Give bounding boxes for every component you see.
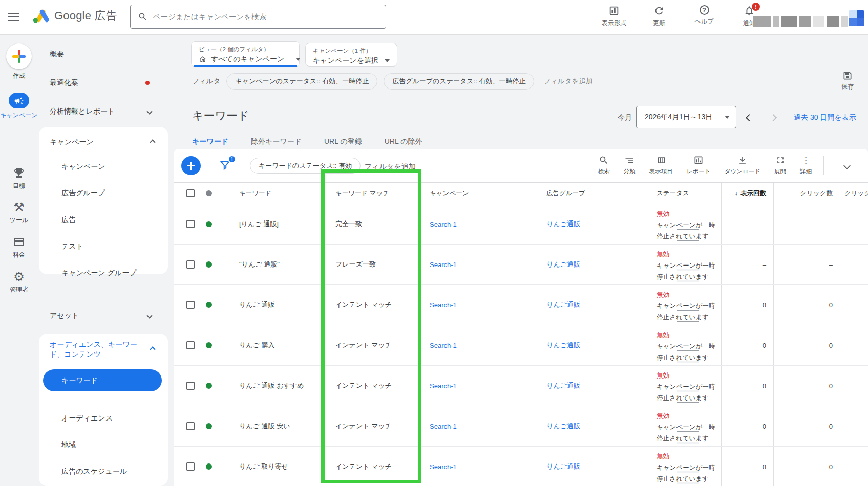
show-last-30-days-link[interactable]: 過去 30 日間を表示 [794,113,856,122]
col-header-keyword[interactable]: キーワード [218,183,323,204]
rail-create-button[interactable]: 作成 [0,43,38,80]
table-row[interactable]: りんご 通販 安い インテント マッチ Search-1 りんご通販 無効 キャ… [174,406,868,447]
add-filter-link[interactable]: フィルタを追加 [543,77,592,86]
table-row[interactable]: りんご 通販 おすすめ インテント マッチ Search-1 りんご通販 無効 … [174,366,868,406]
menu-icon[interactable] [8,13,19,21]
view-selector[interactable]: ビュー（2 個のフィルタ） すべてのキャンペーン [191,41,300,67]
table-search-button[interactable]: 検索 [598,155,610,175]
row-checkbox[interactable] [186,220,195,228]
campaign-link[interactable]: Search-1 [430,301,457,309]
view-format-button[interactable]: 表示形式 [598,5,630,28]
filter-funnel-button[interactable]: 1 [219,159,232,172]
row-checkbox[interactable] [186,382,195,390]
ad-group-link[interactable]: りんご通販 [546,381,580,390]
keyword-status-chip[interactable]: キーワードのステータス:: 有効 [250,158,361,174]
status-disabled-label: 無効 [657,332,669,339]
campaign-cell: Search-1 [421,366,541,406]
rail-admin-button[interactable]: ⚙ 管理者 [0,271,38,294]
row-checkbox[interactable] [186,260,195,269]
ad-group-link[interactable]: りんご通販 [546,422,580,431]
ad-group-link[interactable]: りんご通販 [546,260,580,269]
expand-button[interactable]: 展開 [774,155,786,175]
sidebar-item-locations[interactable]: 地域 [39,432,168,458]
campaign-selector[interactable]: キャンペーン（1 件） キャンペーンを選択 [305,43,397,67]
campaign-link[interactable]: Search-1 [430,220,457,228]
previous-period-button[interactable] [747,113,752,122]
sidebar-item-ad-groups[interactable]: 広告グループ [39,180,168,207]
col-header-match-type[interactable]: キーワード マッチ [323,183,421,204]
sidebar-item-ad-schedule[interactable]: 広告のスケジュール [39,458,168,485]
tab-url-registration[interactable]: URL の登録 [324,137,362,149]
account-avatar[interactable] [849,10,864,26]
tab-url-exclusion[interactable]: URL の除外 [385,137,422,149]
table-row[interactable]: りんご 取り寄せ インテント マッチ Search-1 りんご通販 無効 キャン… [174,447,868,486]
rail-billing-button[interactable]: 料金 [0,236,38,259]
reports-button[interactable]: レポート [687,155,711,175]
row-checkbox[interactable] [186,422,195,430]
columns-button[interactable]: 表示項目 [649,155,673,175]
col-header-impressions[interactable]: ↓表示回数 [721,183,773,204]
rail-tools-button[interactable]: ⚒ ツール [0,201,38,224]
add-filter-link[interactable]: フィルタを追加 [365,162,416,171]
tab-negative-keywords[interactable]: 除外キーワード [251,137,302,149]
download-button[interactable]: ダウンロード [725,155,760,175]
sidebar-item-campaign-groups[interactable]: キャンペーン グループ [39,260,168,286]
global-search[interactable] [130,5,386,29]
sidebar-item-experiments[interactable]: テスト [39,233,168,260]
report-chart-icon [693,155,704,165]
sidebar-item-keywords-selected[interactable]: キーワード [43,369,162,391]
campaign-link[interactable]: Search-1 [430,463,457,471]
sidebar-item-overview[interactable]: 概要 [38,44,166,64]
table-row[interactable]: "りんご 通販" フレーズ一致 Search-1 りんご通販 無効 キャンペーン… [174,245,868,285]
more-options-button[interactable]: ⋮ 詳細 [800,155,812,175]
sidebar-section-campaigns[interactable]: キャンペーン [39,127,168,153]
col-header-ctr-truncated[interactable]: クリック [840,183,868,204]
keyword-cell: [りんご 通販] [218,204,323,244]
campaign-link[interactable]: Search-1 [430,423,457,430]
sidebar-item-insights[interactable]: 分析情報とレポート [38,101,166,122]
sidebar-item-campaigns[interactable]: キャンペーン [39,153,168,180]
row-checkbox[interactable] [186,301,195,309]
save-filter-button[interactable]: 保存 [841,71,854,91]
sidebar-item-audiences[interactable]: オーディエンス [39,405,168,432]
row-checkbox[interactable] [186,462,195,471]
help-button[interactable]: ヘルプ [688,5,720,28]
rail-campaigns-button[interactable]: キャンペーン [0,93,38,119]
next-period-button[interactable] [771,113,776,122]
refresh-button[interactable]: 更新 [643,5,675,28]
add-keyword-button[interactable] [181,156,201,175]
filter-chip-adgroup-status[interactable]: 広告グループのステータス:: 有効、一時停止 [384,73,534,90]
select-all-checkbox[interactable] [186,189,195,197]
col-header-clicks[interactable]: クリック数 [773,183,840,204]
sidebar-section-audiences-keywords-content[interactable]: オーディエンス、キーワード、コンテンツ [39,334,168,365]
date-range-selector[interactable]: 2026年4月1日～13日 [636,106,736,128]
ad-group-link[interactable]: りんご通販 [546,462,580,471]
campaign-link[interactable]: Search-1 [430,342,457,349]
search-input[interactable] [153,13,378,21]
campaign-cell: Search-1 [421,245,541,284]
ad-group-link[interactable]: りんご通販 [546,219,580,229]
tab-keywords[interactable]: キーワード [192,137,228,149]
campaign-link[interactable]: Search-1 [430,382,457,390]
col-header-status[interactable]: ステータス [651,183,721,204]
campaign-link[interactable]: Search-1 [430,261,457,269]
ad-group-link[interactable]: りんご通販 [546,300,580,310]
col-header-ad-group[interactable]: 広告グループ [541,183,651,204]
enabled-status-dot [206,302,212,308]
dropdown-caret-icon [725,116,730,119]
sidebar-item-recommendations[interactable]: 最適化案 [38,73,166,93]
status-reason-label: キャンペーンが一時停止されています [657,302,715,321]
rail-goals-button[interactable]: 目標 [0,167,38,190]
sidebar-item-ads[interactable]: 広告 [39,207,168,233]
filter-chip-campaign-status[interactable]: キャンペーンのステータス:: 有効、一時停止 [226,73,377,90]
sidebar-item-assets[interactable]: アセット [38,305,166,326]
table-row[interactable]: りんご 通販 インテント マッチ Search-1 りんご通販 無効 キャンペー… [174,285,868,325]
ad-group-cell: りんご通販 [541,406,651,446]
collapse-table-button[interactable] [844,161,850,170]
segment-button[interactable]: 分類 [624,155,636,175]
row-checkbox[interactable] [186,341,195,349]
col-header-campaign[interactable]: キャンペーン [421,183,541,204]
table-row[interactable]: [りんご 通販] 完全一致 Search-1 りんご通販 無効 キャンペーンが一… [174,204,868,245]
ad-group-link[interactable]: りんご通販 [546,341,580,350]
table-row[interactable]: りんご 購入 インテント マッチ Search-1 りんご通販 無効 キャンペー… [174,325,868,366]
